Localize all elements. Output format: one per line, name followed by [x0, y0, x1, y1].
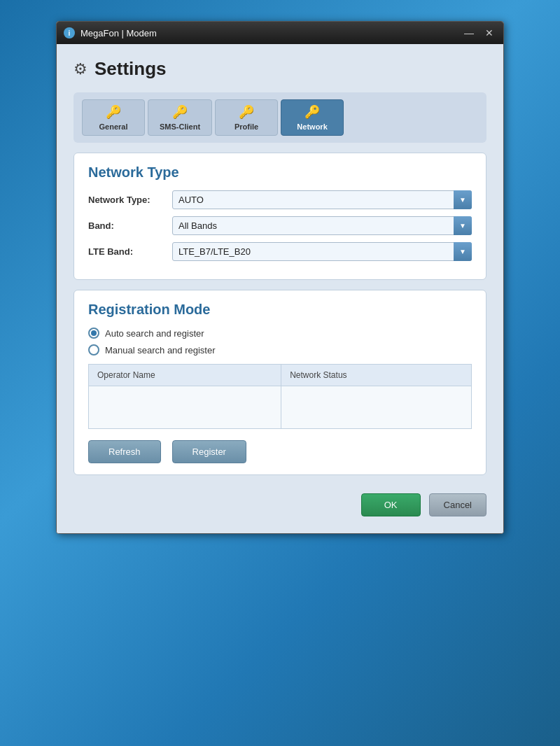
lte-band-select-wrapper: LTE_B7/LTE_B20 LTE_B3 LTE_B7 LTE_B20 ▼: [172, 242, 472, 261]
ok-button[interactable]: OK: [361, 493, 421, 516]
registration-mode-section: Registration Mode Auto search and regist…: [74, 290, 486, 475]
auto-register-radio-dot: [91, 330, 97, 336]
app-icon: i: [64, 27, 75, 38]
titlebar: i MegaFon | Modem — ✕: [57, 22, 503, 44]
tab-general[interactable]: 🔑 General: [82, 99, 145, 136]
lte-band-row: LTE Band: LTE_B7/LTE_B20 LTE_B3 LTE_B7 L…: [88, 242, 472, 261]
sms-tab-icon: 🔑: [172, 104, 188, 120]
auto-register-label: Auto search and register: [105, 328, 204, 339]
refresh-button[interactable]: Refresh: [88, 440, 161, 463]
network-type-select[interactable]: AUTO GSM WCDMA LTE: [172, 190, 472, 209]
registration-mode-title: Registration Mode: [88, 302, 472, 318]
auto-register-radio[interactable]: [88, 328, 99, 339]
network-type-row: Network Type: AUTO GSM WCDMA LTE ▼: [88, 190, 472, 209]
profile-tab-label: Profile: [234, 122, 258, 131]
footer-buttons: OK Cancel: [74, 485, 486, 519]
operator-name-cell: [89, 386, 281, 429]
cancel-button[interactable]: Cancel: [429, 493, 486, 516]
network-type-label: Network Type:: [88, 195, 172, 205]
app-window: i MegaFon | Modem — ✕ ⚙ Settings 🔑 Gener…: [56, 21, 504, 534]
band-label: Band:: [88, 220, 172, 231]
operator-table-empty-row: [89, 386, 472, 429]
network-status-cell: [281, 386, 472, 429]
manual-register-radio[interactable]: [88, 344, 99, 356]
page-header: ⚙ Settings: [74, 58, 486, 80]
general-tab-label: General: [99, 122, 128, 131]
operator-table: Operator Name Network Status: [88, 364, 472, 429]
titlebar-left: i MegaFon | Modem: [64, 27, 157, 38]
profile-tab-icon: 🔑: [239, 104, 254, 120]
lte-band-label: LTE Band:: [88, 246, 172, 257]
network-type-section: Network Type Network Type: AUTO GSM WCDM…: [74, 153, 486, 280]
network-tab-icon: 🔑: [304, 104, 320, 120]
manual-register-option[interactable]: Manual search and register: [88, 344, 472, 356]
network-type-select-wrapper: AUTO GSM WCDMA LTE ▼: [172, 190, 472, 209]
network-type-title: Network Type: [88, 164, 472, 181]
band-select[interactable]: All Bands GSM 900 GSM 1800: [172, 216, 472, 235]
band-select-wrapper: All Bands GSM 900 GSM 1800 ▼: [172, 216, 472, 235]
window-title: MegaFon | Modem: [80, 28, 157, 38]
network-tab-label: Network: [297, 122, 327, 131]
lte-band-select[interactable]: LTE_B7/LTE_B20 LTE_B3 LTE_B7 LTE_B20: [172, 242, 472, 261]
sms-tab-label: SMS-Client: [160, 122, 200, 131]
close-button[interactable]: ✕: [482, 27, 496, 38]
titlebar-controls: — ✕: [461, 27, 496, 38]
auto-register-option[interactable]: Auto search and register: [88, 328, 472, 339]
tab-sms-client[interactable]: 🔑 SMS-Client: [148, 99, 212, 136]
action-buttons: Refresh Register: [88, 440, 472, 463]
register-button[interactable]: Register: [172, 440, 246, 463]
minimize-button[interactable]: —: [461, 27, 477, 38]
page-title: Settings: [94, 58, 167, 80]
tab-network[interactable]: 🔑 Network: [281, 99, 344, 136]
general-tab-icon: 🔑: [106, 104, 121, 120]
tabs-container: 🔑 General 🔑 SMS-Client 🔑 Profile 🔑 Netwo…: [74, 92, 486, 143]
band-row: Band: All Bands GSM 900 GSM 1800 ▼: [88, 216, 472, 235]
main-content: ⚙ Settings 🔑 General 🔑 SMS-Client 🔑 Prof…: [57, 44, 503, 533]
network-status-header: Network Status: [281, 365, 472, 386]
gear-icon: ⚙: [74, 60, 88, 78]
registration-radio-group: Auto search and register Manual search a…: [88, 328, 472, 356]
operator-name-header: Operator Name: [89, 365, 281, 386]
manual-register-label: Manual search and register: [105, 345, 216, 356]
tab-profile[interactable]: 🔑 Profile: [215, 99, 278, 136]
